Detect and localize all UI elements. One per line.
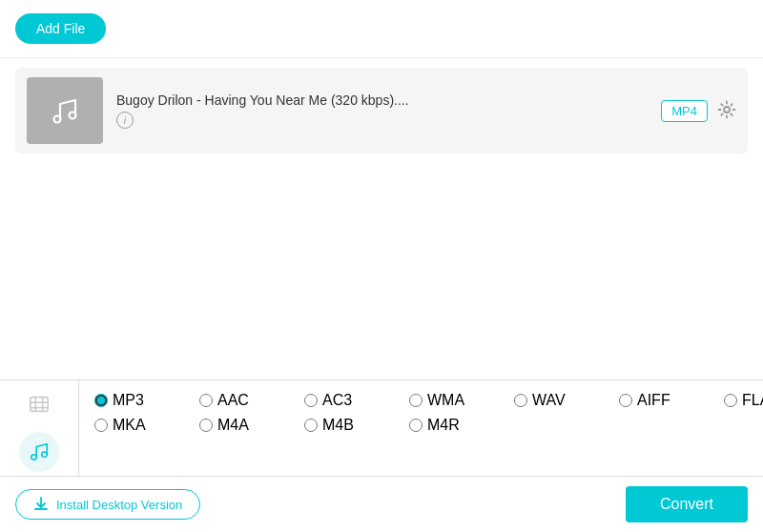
format-radio-ac3[interactable] bbox=[304, 394, 318, 407]
file-name: Bugoy Drilon - Having You Near Me (320 k… bbox=[116, 92, 648, 108]
svg-rect-3 bbox=[31, 398, 48, 412]
audio-icon bbox=[29, 441, 50, 462]
add-file-button[interactable]: Add File bbox=[15, 13, 106, 44]
format-row-1: MP3 AAC AC3 WMA WAV bbox=[94, 392, 763, 409]
format-label-m4b: M4B bbox=[322, 417, 354, 434]
format-option-m4r[interactable]: M4R bbox=[409, 417, 514, 434]
install-label: Install Desktop Version bbox=[56, 498, 182, 512]
main-content bbox=[0, 163, 763, 379]
info-icon[interactable]: i bbox=[116, 112, 134, 129]
format-label-aiff: AIFF bbox=[637, 392, 670, 409]
bottom-panel: MP3 AAC AC3 WMA WAV bbox=[0, 379, 763, 532]
format-radio-m4r[interactable] bbox=[409, 419, 423, 432]
download-icon bbox=[33, 497, 49, 512]
video-tab-icon[interactable] bbox=[19, 384, 59, 424]
settings-button[interactable] bbox=[717, 100, 736, 122]
format-panel: MP3 AAC AC3 WMA WAV bbox=[0, 380, 763, 477]
format-radio-aac[interactable] bbox=[199, 394, 213, 407]
svg-point-2 bbox=[724, 107, 730, 113]
format-option-aac[interactable]: AAC bbox=[199, 392, 304, 409]
toolbar: Add File bbox=[0, 0, 763, 58]
video-icon bbox=[29, 394, 50, 415]
format-option-mp3[interactable]: MP3 bbox=[94, 392, 199, 409]
format-radio-flac[interactable] bbox=[724, 394, 737, 407]
svg-point-1 bbox=[70, 113, 76, 119]
format-label-m4r: M4R bbox=[427, 417, 460, 434]
format-options: MP3 AAC AC3 WMA WAV bbox=[79, 380, 763, 476]
format-radio-wav[interactable] bbox=[514, 394, 527, 407]
format-option-m4a[interactable]: M4A bbox=[199, 417, 304, 434]
format-label-m4a: M4A bbox=[217, 417, 249, 434]
audio-tab-icon[interactable] bbox=[19, 432, 59, 472]
convert-button[interactable]: Convert bbox=[626, 486, 748, 522]
music-note-icon bbox=[47, 92, 83, 129]
format-option-m4b[interactable]: M4B bbox=[304, 417, 409, 434]
format-option-wav[interactable]: WAV bbox=[514, 392, 619, 409]
gear-icon bbox=[717, 100, 736, 119]
file-list: Bugoy Drilon - Having You Near Me (320 k… bbox=[0, 58, 763, 163]
format-option-ac3[interactable]: AC3 bbox=[304, 392, 409, 409]
format-label-aac: AAC bbox=[217, 392, 249, 409]
format-radio-m4a[interactable] bbox=[199, 419, 213, 432]
format-radio-m4b[interactable] bbox=[304, 419, 318, 432]
svg-point-8 bbox=[31, 455, 37, 460]
format-label-flac: FLAC bbox=[742, 392, 763, 409]
format-radio-mp3[interactable] bbox=[94, 394, 108, 407]
format-option-wma[interactable]: WMA bbox=[409, 392, 514, 409]
format-label-mka: MKA bbox=[113, 417, 146, 434]
svg-point-0 bbox=[54, 116, 61, 123]
format-option-mka[interactable]: MKA bbox=[94, 417, 199, 434]
format-label-mp3: MP3 bbox=[113, 392, 144, 409]
footer: Install Desktop Version Convert bbox=[0, 477, 763, 532]
format-radio-aiff[interactable] bbox=[619, 394, 632, 407]
file-thumbnail bbox=[27, 77, 103, 144]
format-row-2: MKA M4A M4B M4R bbox=[94, 417, 763, 434]
format-label-wav: WAV bbox=[532, 392, 566, 409]
format-label-wma: WMA bbox=[427, 392, 464, 409]
file-item: Bugoy Drilon - Having You Near Me (320 k… bbox=[15, 68, 748, 153]
format-radio-mka[interactable] bbox=[94, 419, 108, 432]
format-radio-wma[interactable] bbox=[409, 394, 423, 407]
format-label-ac3: AC3 bbox=[322, 392, 352, 409]
tab-icons bbox=[0, 380, 79, 476]
file-actions: MP4 bbox=[661, 100, 736, 122]
install-desktop-button[interactable]: Install Desktop Version bbox=[15, 489, 200, 520]
format-option-flac[interactable]: FLAC bbox=[724, 392, 763, 409]
format-badge: MP4 bbox=[661, 100, 708, 122]
format-option-aiff[interactable]: AIFF bbox=[619, 392, 724, 409]
file-info: Bugoy Drilon - Having You Near Me (320 k… bbox=[116, 92, 648, 129]
